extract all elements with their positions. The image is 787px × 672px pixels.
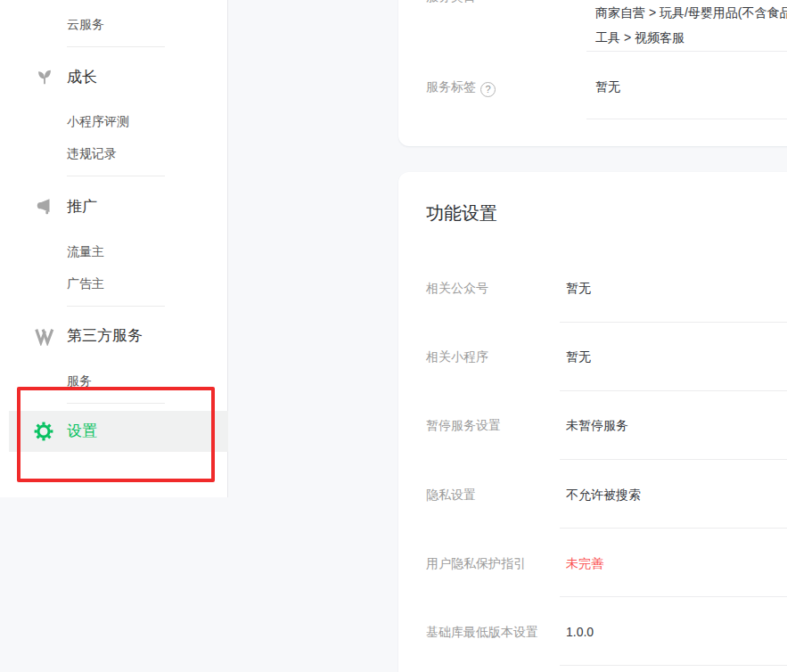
sidebar-group-label: 推广 [67, 196, 97, 217]
sidebar-item-cloud-service[interactable]: 云服务 [67, 15, 104, 33]
row-value: 1.0.0 [566, 623, 594, 641]
service-tag-value: 暂无 [595, 78, 620, 95]
divider [560, 390, 787, 391]
row-label: 用户隐私保护指引 [426, 554, 526, 572]
service-category-label: 服务类目 [426, 0, 476, 5]
service-tag-label: 服务标签? [426, 78, 496, 97]
divider [560, 459, 787, 460]
row-label: 隐私设置 [426, 486, 476, 504]
sidebar-group-label: 成长 [67, 67, 97, 88]
row-value: 暂无 [566, 348, 591, 365]
divider [67, 403, 165, 404]
sidebar-item-advertiser[interactable]: 广告主 [67, 275, 104, 292]
sidebar-group-label: 第三方服务 [67, 325, 143, 347]
sidebar-group-promotion[interactable]: 推广 [34, 196, 97, 217]
card-title: 功能设置 [426, 201, 497, 225]
divider [560, 322, 787, 323]
sidebar-group-third-party[interactable]: 第三方服务 [34, 325, 143, 347]
sidebar-item-service[interactable]: 服务 [67, 372, 92, 389]
function-settings-card: 功能设置 相关公众号 暂无 相关小程序 暂无 暂停服务设置 未暂停服务 隐私设置… [398, 172, 787, 672]
divider [560, 596, 787, 597]
sprout-icon [34, 67, 55, 88]
wechat-mp-console-screen: 云服务 成长 小程序评测 违规记录 推广 [0, 0, 787, 672]
row-value: 未暂停服务 [566, 416, 628, 434]
service-category-line-1: 商家自营 > 玩具/母婴用品(不含食品 [595, 0, 787, 25]
sidebar-item-traffic-owner[interactable]: 流量主 [67, 242, 104, 260]
divider [586, 51, 787, 52]
gear-icon [34, 422, 53, 441]
sidebar: 云服务 成长 小程序评测 违规记录 推广 [0, 0, 228, 497]
third-party-icon [34, 325, 55, 347]
row-label: 基础库最低版本设置 [426, 623, 538, 641]
row-label: 相关小程序 [426, 348, 488, 365]
row-label: 暂停服务设置 [426, 416, 501, 434]
divider [586, 119, 787, 119]
divider [560, 665, 787, 666]
service-category-value: 商家自营 > 玩具/母婴用品(不含食品 工具 > 视频客服 [595, 0, 787, 50]
sidebar-item-settings[interactable]: 设置 [9, 411, 228, 452]
sidebar-item-settings-label: 设置 [67, 421, 97, 442]
divider [67, 306, 165, 307]
sidebar-group-growth[interactable]: 成长 [34, 67, 97, 88]
megaphone-icon [34, 196, 55, 217]
divider [67, 176, 165, 176]
divider [67, 46, 165, 47]
service-info-card: 服务类目 商家自营 > 玩具/母婴用品(不含食品 工具 > 视频客服 服务标签?… [398, 0, 787, 146]
sidebar-item-violation-records[interactable]: 违规记录 [67, 144, 117, 162]
divider [560, 528, 787, 529]
row-value: 不允许被搜索 [566, 486, 641, 504]
privacy-guide-status-warning: 未完善 [566, 554, 603, 572]
service-category-line-2: 工具 > 视频客服 [595, 25, 787, 50]
help-icon[interactable]: ? [480, 82, 496, 97]
row-value: 暂无 [566, 279, 591, 297]
sidebar-item-miniprogram-evaluation[interactable]: 小程序评测 [67, 112, 129, 130]
row-label: 相关公众号 [426, 279, 488, 297]
